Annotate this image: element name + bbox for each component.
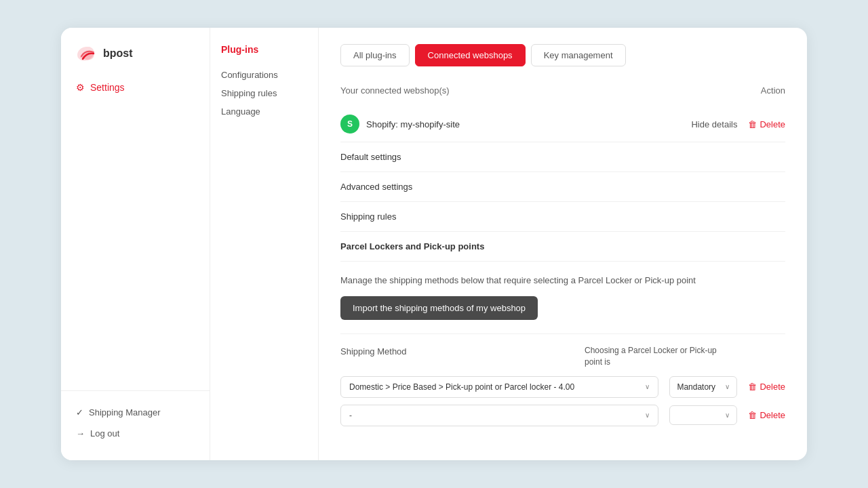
webshop-name: Shopify: my-shopify-site: [366, 119, 460, 129]
webshop-info: S Shopify: my-shopify-site: [340, 115, 460, 134]
trash-icon: 🗑: [748, 119, 757, 129]
logout-icon: →: [76, 428, 85, 439]
sidebar-bottom: ✓ Shipping Manager → Log out: [61, 390, 210, 460]
chevron-down-icon-4: ∨: [725, 411, 730, 419]
advanced-settings-section[interactable]: Advanced settings: [340, 172, 785, 202]
shipping-table-header: Shipping Method Choosing a Parcel Locker…: [340, 345, 785, 368]
mandatory-select-1[interactable]: Mandatory ∨: [669, 376, 737, 398]
sidebar-item-shipping-manager[interactable]: ✓ Shipping Manager: [69, 402, 201, 423]
delete-row-2-label: Delete: [760, 410, 785, 420]
column-choosing: Choosing a Parcel Locker or Pick-up poin…: [585, 345, 720, 368]
delete-webshop-button[interactable]: 🗑 Delete: [748, 119, 785, 129]
import-shipping-methods-button[interactable]: Import the shipping methods of my websho…: [340, 296, 538, 320]
section-title: Your connected webshop(s): [340, 85, 450, 96]
shipping-table: Shipping Method Choosing a Parcel Locker…: [340, 334, 785, 444]
parcel-lockers-title: Parcel Lockers and Pick-up points: [340, 241, 785, 251]
logo-area: bpost: [61, 28, 210, 77]
action-label: Action: [761, 85, 785, 96]
method-select-2[interactable]: - ∨: [340, 405, 658, 426]
webshop-row: S Shopify: my-shopify-site Hide details …: [340, 106, 785, 142]
trash-icon-row-1: 🗑: [748, 382, 757, 392]
sidebar-settings-label: Settings: [90, 82, 125, 93]
gear-icon: ⚙: [76, 82, 85, 93]
content-area: All plug-ins Connected webshops Key mana…: [319, 28, 807, 460]
trash-icon-row-2: 🗑: [748, 410, 757, 420]
method-value-2: -: [349, 411, 352, 420]
tab-key-management[interactable]: Key management: [531, 44, 626, 66]
col-method-label: Shipping Method: [340, 346, 407, 357]
main-content: Plug-ins Configurations Shipping rules L…: [210, 28, 807, 460]
mandatory-value-1: Mandatory: [677, 382, 715, 392]
table-row: Domestic > Price Based > Pick-up point o…: [340, 376, 785, 398]
mandatory-select-2[interactable]: ∨: [669, 405, 737, 425]
chevron-down-icon-3: ∨: [645, 411, 650, 419]
sub-nav-item-shipping-rules[interactable]: Shipping rules: [221, 84, 307, 102]
shipping-rules-section[interactable]: Shipping rules: [340, 202, 785, 232]
delete-webshop-label: Delete: [760, 119, 785, 129]
hide-details-button[interactable]: Hide details: [691, 119, 737, 129]
import-description: Manage the shipping methods below that r…: [340, 275, 785, 285]
bpost-logo-icon: [75, 44, 99, 63]
sub-nav-title: Plug-ins: [221, 44, 307, 55]
column-action-placeholder: [731, 345, 785, 368]
method-select-1[interactable]: Domestic > Price Based > Pick-up point o…: [340, 376, 658, 398]
shipping-manager-label: Shipping Manager: [89, 407, 161, 418]
logo-text: bpost: [103, 47, 133, 60]
sub-nav: Plug-ins Configurations Shipping rules L…: [210, 28, 319, 460]
method-value-1: Domestic > Price Based > Pick-up point o…: [349, 382, 574, 392]
table-row: - ∨ ∨ 🗑 Delete: [340, 405, 785, 426]
sub-nav-item-configurations[interactable]: Configurations: [221, 66, 307, 84]
delete-row-2-button[interactable]: 🗑 Delete: [748, 410, 785, 420]
sidebar-item-settings[interactable]: ⚙ Settings: [69, 77, 201, 98]
sub-nav-item-language[interactable]: Language: [221, 102, 307, 121]
default-settings-section[interactable]: Default settings: [340, 142, 785, 172]
delete-row-1-label: Delete: [760, 382, 785, 392]
parcel-lockers-section: Parcel Lockers and Pick-up points: [340, 232, 785, 262]
chevron-down-icon-2: ∨: [725, 383, 730, 390]
tab-all-plugins[interactable]: All plug-ins: [340, 44, 410, 66]
delete-row-1-button[interactable]: 🗑 Delete: [748, 382, 785, 392]
tab-connected-webshops[interactable]: Connected webshops: [415, 44, 526, 66]
import-section: Manage the shipping methods below that r…: [340, 262, 785, 334]
sidebar-item-logout[interactable]: → Log out: [69, 423, 201, 444]
webshop-status-icon: S: [340, 115, 359, 134]
webshop-actions: Hide details 🗑 Delete: [691, 119, 785, 129]
column-shipping-method: Shipping Method: [340, 345, 574, 368]
tabs-bar: All plug-ins Connected webshops Key mana…: [340, 44, 785, 66]
logout-label: Log out: [90, 428, 119, 439]
checkmark-icon: ✓: [76, 407, 83, 418]
sidebar-nav: ⚙ Settings: [61, 77, 210, 390]
section-header: Your connected webshop(s) Action: [340, 85, 785, 96]
chevron-down-icon-1: ∨: [645, 383, 650, 390]
sidebar: bpost ⚙ Settings ✓ Shipping Manager → Lo…: [61, 28, 210, 460]
